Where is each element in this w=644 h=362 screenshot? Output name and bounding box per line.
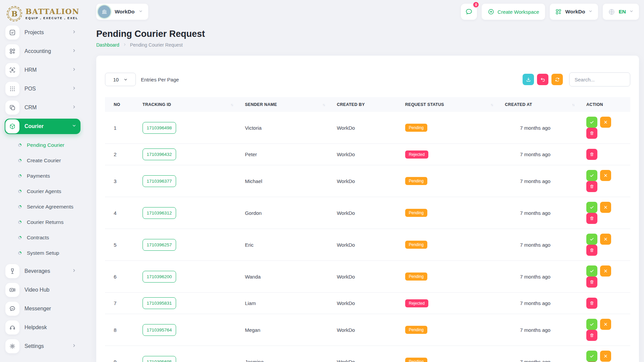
column-header-action: ACTION bbox=[583, 97, 630, 112]
sidebar-subitem-contracts[interactable]: Contracts bbox=[5, 230, 84, 245]
chat-bubble-icon bbox=[465, 8, 473, 16]
row-number: 2 bbox=[105, 144, 139, 165]
delete-button[interactable] bbox=[586, 181, 597, 192]
table-toolbar: 10 Entries Per Page bbox=[105, 72, 630, 86]
column-header-tracking-id[interactable]: TRACKING ID↑↓ bbox=[139, 97, 241, 112]
topbar: WorkDo 0 Create Workspace WorkDo bbox=[96, 0, 639, 23]
sidebar-subitem-label: Courier Returns bbox=[27, 219, 63, 225]
approve-button[interactable] bbox=[586, 170, 597, 181]
tracking-id-chip[interactable]: 1710396200 bbox=[143, 271, 176, 283]
refresh-button[interactable] bbox=[551, 74, 563, 85]
tracking-id-chip[interactable]: 1710396377 bbox=[143, 175, 176, 187]
tracking-id-chip[interactable]: 1710395764 bbox=[143, 324, 176, 336]
delete-button[interactable] bbox=[586, 213, 597, 224]
reject-button[interactable] bbox=[600, 170, 611, 181]
tracking-id-chip[interactable]: 1710396257 bbox=[143, 239, 176, 251]
pending-courier-table: NOTRACKING ID↑↓SENDER NAME↑↓CREATED BYRE… bbox=[105, 97, 630, 362]
crm-icon bbox=[5, 101, 19, 115]
hrm-icon bbox=[5, 63, 19, 77]
reject-button[interactable] bbox=[600, 319, 611, 330]
breadcrumb-dashboard-link[interactable]: Dashboard bbox=[96, 42, 119, 48]
created-at: 7 months ago bbox=[501, 346, 583, 362]
sidebar-subitem-service-agreements[interactable]: Service Agreements bbox=[5, 199, 84, 215]
sidebar-item-helpdesk[interactable]: Helpdesk bbox=[5, 320, 80, 335]
approve-button[interactable] bbox=[586, 117, 597, 128]
sidebar-subitem-create-courier[interactable]: Create Courier bbox=[5, 153, 84, 168]
chevron-right-icon bbox=[72, 67, 76, 73]
sidebar-subitem-courier-agents[interactable]: Courier Agents bbox=[5, 184, 84, 199]
helpdesk-icon bbox=[5, 320, 19, 335]
status-badge: Rejected bbox=[405, 299, 428, 307]
brand-logo[interactable]: B BATTALION EQUIP , EXECUTE , EXEL bbox=[5, 4, 84, 25]
delete-button[interactable] bbox=[586, 298, 597, 309]
entries-per-page-select[interactable]: 10 bbox=[105, 73, 136, 86]
chevron-down-icon bbox=[123, 77, 128, 82]
messages-button[interactable]: 0 bbox=[461, 4, 477, 20]
create-workspace-button[interactable]: Create Workspace bbox=[482, 4, 545, 20]
tracking-id-chip[interactable]: 1710395831 bbox=[143, 297, 176, 309]
sidebar-item-pos[interactable]: POS bbox=[5, 81, 80, 97]
row-number: 3 bbox=[105, 165, 139, 197]
sidebar-item-crm[interactable]: CRM bbox=[5, 100, 80, 115]
sidebar-subitem-label: System Setup bbox=[27, 250, 59, 256]
sidebar-subitem-pending-courier[interactable]: Pending Courier bbox=[5, 137, 84, 153]
sidebar-item-accounting[interactable]: Accounting bbox=[5, 44, 80, 59]
workspace-selector[interactable]: WorkDo bbox=[96, 4, 148, 20]
export-button[interactable] bbox=[523, 74, 534, 85]
delete-button[interactable] bbox=[586, 149, 597, 160]
approve-button[interactable] bbox=[586, 265, 597, 277]
sidebar-subitem-courier-returns[interactable]: Courier Returns bbox=[5, 215, 84, 230]
video-icon bbox=[5, 283, 19, 297]
tracking-id-chip[interactable]: 1710396498 bbox=[143, 122, 176, 134]
delete-button[interactable] bbox=[586, 330, 597, 341]
approve-button[interactable] bbox=[586, 351, 597, 362]
reject-button[interactable] bbox=[600, 117, 611, 128]
status-badge: Rejected bbox=[405, 150, 428, 159]
tracking-id-chip[interactable]: 1710396312 bbox=[143, 207, 176, 219]
bullet-icon bbox=[18, 236, 21, 239]
chevron-right-icon bbox=[72, 268, 76, 274]
workdo-apps-menu[interactable]: WorkDo bbox=[550, 4, 598, 20]
approve-button[interactable] bbox=[586, 319, 597, 330]
sidebar-subitem-system-setup[interactable]: System Setup bbox=[5, 245, 84, 261]
tracking-id-chip[interactable]: 1710396432 bbox=[143, 148, 176, 160]
sender-name: Victoria bbox=[241, 112, 333, 144]
trash-icon bbox=[589, 280, 594, 285]
breadcrumb-current: Pending Courier Request bbox=[130, 42, 183, 48]
delete-button[interactable] bbox=[586, 245, 597, 256]
column-header-created-at[interactable]: CREATED AT↑↓ bbox=[501, 97, 583, 112]
search-input[interactable] bbox=[569, 72, 630, 86]
sidebar-item-courier[interactable]: Courier bbox=[5, 119, 80, 134]
undo-icon bbox=[540, 77, 546, 82]
reset-button[interactable] bbox=[537, 74, 548, 85]
messenger-icon bbox=[5, 302, 19, 316]
delete-button[interactable] bbox=[586, 277, 597, 288]
sidebar-item-settings[interactable]: Settings bbox=[5, 339, 80, 354]
column-header-request-status[interactable]: REQUEST STATUS↑↓ bbox=[402, 97, 502, 112]
approve-button[interactable] bbox=[586, 202, 597, 213]
tracking-id-chip[interactable]: 1710395695 bbox=[143, 356, 176, 362]
entries-per-page-value: 10 bbox=[113, 77, 119, 82]
sidebar-item-hrm[interactable]: HRM bbox=[5, 62, 80, 78]
reject-button[interactable] bbox=[600, 351, 611, 362]
check-icon bbox=[589, 173, 594, 178]
delete-button[interactable] bbox=[586, 128, 597, 139]
chevron-right-icon bbox=[72, 343, 76, 349]
sidebar-item-beverages[interactable]: Beverages bbox=[5, 263, 80, 279]
reject-button[interactable] bbox=[600, 234, 611, 245]
plus-circle-icon bbox=[488, 8, 494, 15]
sidebar-item-messenger[interactable]: Messenger bbox=[5, 301, 80, 316]
chevron-down-icon bbox=[629, 9, 634, 15]
reject-button[interactable] bbox=[600, 202, 611, 213]
sidebar-item-projects[interactable]: Projects bbox=[5, 25, 80, 40]
sidebar-subitem-label: Contracts bbox=[27, 235, 49, 241]
sidebar-subitem-payments[interactable]: Payments bbox=[5, 168, 84, 184]
sidebar-item-label: POS bbox=[24, 86, 67, 92]
reject-button[interactable] bbox=[600, 265, 611, 277]
sidebar-item-video-hub[interactable]: Video Hub bbox=[5, 282, 80, 298]
column-header-sender-name[interactable]: SENDER NAME↑↓ bbox=[241, 97, 333, 112]
table-row: 61710396200WandaWorkDoPending7 months ag… bbox=[105, 261, 630, 293]
created-at: 7 months ago bbox=[501, 112, 583, 144]
language-selector[interactable]: EN bbox=[603, 4, 639, 20]
approve-button[interactable] bbox=[586, 234, 597, 245]
